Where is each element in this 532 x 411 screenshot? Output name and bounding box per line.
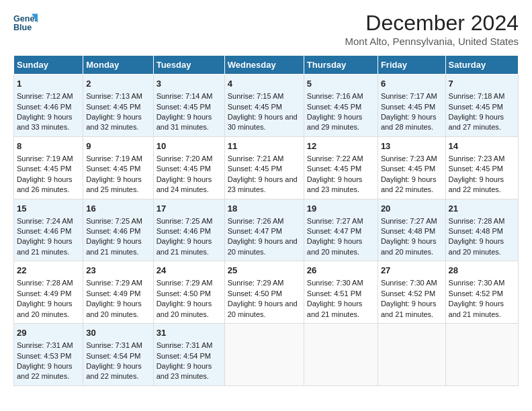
calendar-cell xyxy=(224,324,304,386)
daylight-label: Daylight: 9 hours and 20 minutes. xyxy=(381,237,437,255)
calendar-header-row: Sunday Monday Tuesday Wednesday Thursday… xyxy=(14,56,519,75)
calendar-cell: 15 Sunrise: 7:24 AM Sunset: 4:46 PM Dayl… xyxy=(14,199,83,261)
sunset-label: Sunset: 4:45 PM xyxy=(157,103,211,111)
calendar-cell: 10 Sunrise: 7:20 AM Sunset: 4:45 PM Dayl… xyxy=(153,136,224,199)
calendar-cell: 16 Sunrise: 7:25 AM Sunset: 4:46 PM Dayl… xyxy=(83,199,153,261)
sunset-label: Sunset: 4:45 PM xyxy=(381,103,435,111)
daylight-label: Daylight: 9 hours and 22 minutes. xyxy=(381,175,437,193)
daylight-label: Daylight: 9 hours and 28 minutes. xyxy=(381,113,437,131)
calendar-cell: 13 Sunrise: 7:23 AM Sunset: 4:45 PM Dayl… xyxy=(378,136,445,199)
sunrise-label: Sunrise: 7:31 AM xyxy=(17,341,73,349)
daylight-label: Daylight: 9 hours and 26 minutes. xyxy=(17,175,73,193)
calendar-cell: 23 Sunrise: 7:29 AM Sunset: 4:49 PM Dayl… xyxy=(83,261,153,324)
calendar-cell: 14 Sunrise: 7:23 AM Sunset: 4:45 PM Dayl… xyxy=(445,136,518,199)
sunrise-label: Sunrise: 7:28 AM xyxy=(17,279,73,287)
sunset-label: Sunset: 4:54 PM xyxy=(86,352,140,360)
calendar-cell xyxy=(378,324,445,386)
day-number: 2 xyxy=(86,78,150,90)
sunrise-label: Sunrise: 7:17 AM xyxy=(381,92,437,100)
sunrise-label: Sunrise: 7:21 AM xyxy=(228,154,284,163)
sunset-label: Sunset: 4:53 PM xyxy=(17,352,71,360)
daylight-label: Daylight: 9 hours and 29 minutes. xyxy=(307,113,363,131)
calendar-week-row: 29 Sunrise: 7:31 AM Sunset: 4:53 PM Dayl… xyxy=(14,324,519,386)
calendar-cell: 27 Sunrise: 7:30 AM Sunset: 4:52 PM Dayl… xyxy=(378,261,445,324)
sunset-label: Sunset: 4:45 PM xyxy=(157,165,211,173)
calendar-week-row: 8 Sunrise: 7:19 AM Sunset: 4:45 PM Dayli… xyxy=(14,136,519,199)
calendar-cell: 28 Sunrise: 7:30 AM Sunset: 4:52 PM Dayl… xyxy=(445,261,518,324)
logo: General Blue xyxy=(13,11,38,35)
sunrise-label: Sunrise: 7:29 AM xyxy=(157,279,213,287)
sunrise-label: Sunrise: 7:22 AM xyxy=(307,154,363,163)
day-number: 15 xyxy=(17,203,80,215)
sunrise-label: Sunrise: 7:31 AM xyxy=(157,341,213,349)
day-number: 29 xyxy=(17,327,80,339)
daylight-label: Daylight: 9 hours and 22 minutes. xyxy=(449,175,504,193)
day-number: 13 xyxy=(381,140,443,152)
daylight-label: Daylight: 9 hours and 20 minutes. xyxy=(157,300,212,318)
sunset-label: Sunset: 4:54 PM xyxy=(157,352,211,360)
calendar-cell: 19 Sunrise: 7:27 AM Sunset: 4:47 PM Dayl… xyxy=(304,199,378,261)
sunset-label: Sunset: 4:48 PM xyxy=(381,227,435,235)
sunset-label: Sunset: 4:45 PM xyxy=(449,103,503,111)
sunrise-label: Sunrise: 7:29 AM xyxy=(228,279,284,287)
sunset-label: Sunset: 4:45 PM xyxy=(449,165,503,173)
sunrise-label: Sunrise: 7:16 AM xyxy=(307,92,363,100)
calendar-cell: 25 Sunrise: 7:29 AM Sunset: 4:50 PM Dayl… xyxy=(224,261,304,324)
sunrise-label: Sunrise: 7:28 AM xyxy=(449,217,505,225)
calendar-cell: 24 Sunrise: 7:29 AM Sunset: 4:50 PM Dayl… xyxy=(153,261,224,324)
sunrise-label: Sunrise: 7:25 AM xyxy=(86,217,142,225)
sunset-label: Sunset: 4:50 PM xyxy=(157,289,211,298)
day-number: 6 xyxy=(381,78,443,90)
logo-icon: General Blue xyxy=(13,11,38,35)
sunrise-label: Sunrise: 7:12 AM xyxy=(17,92,73,100)
sunset-label: Sunset: 4:45 PM xyxy=(381,165,435,173)
sunset-label: Sunset: 4:52 PM xyxy=(449,289,503,298)
sunset-label: Sunset: 4:51 PM xyxy=(307,289,361,298)
sunrise-label: Sunrise: 7:23 AM xyxy=(449,154,505,163)
title-block: December 2024 Mont Alto, Pennsylvania, U… xyxy=(345,11,519,47)
daylight-label: Daylight: 9 hours and 20 minutes. xyxy=(307,237,363,255)
day-number: 31 xyxy=(157,327,222,339)
daylight-label: Daylight: 9 hours and 27 minutes. xyxy=(449,113,504,131)
col-friday: Friday xyxy=(378,56,445,75)
day-number: 18 xyxy=(228,203,301,215)
day-number: 22 xyxy=(17,265,80,277)
calendar-cell: 3 Sunrise: 7:14 AM Sunset: 4:45 PM Dayli… xyxy=(153,75,224,137)
calendar-cell: 12 Sunrise: 7:22 AM Sunset: 4:45 PM Dayl… xyxy=(304,136,378,199)
sunrise-label: Sunrise: 7:26 AM xyxy=(228,217,284,225)
calendar-cell xyxy=(445,324,518,386)
sunset-label: Sunset: 4:45 PM xyxy=(307,103,361,111)
page-subtitle: Mont Alto, Pennsylvania, United States xyxy=(345,36,519,47)
daylight-label: Daylight: 9 hours and 22 minutes. xyxy=(86,362,142,380)
page-header: General Blue December 2024 Mont Alto, Pe… xyxy=(13,11,519,47)
daylight-label: Daylight: 9 hours and 24 minutes. xyxy=(157,175,212,193)
sunset-label: Sunset: 4:45 PM xyxy=(86,103,140,111)
day-number: 25 xyxy=(228,265,301,277)
daylight-label: Daylight: 9 hours and 20 minutes. xyxy=(449,237,504,255)
day-number: 12 xyxy=(307,140,375,152)
calendar-cell: 17 Sunrise: 7:25 AM Sunset: 4:46 PM Dayl… xyxy=(153,199,224,261)
daylight-label: Daylight: 9 hours and 20 minutes. xyxy=(86,300,142,318)
day-number: 28 xyxy=(449,265,515,277)
daylight-label: Daylight: 9 hours and 22 minutes. xyxy=(17,362,73,380)
calendar-cell: 21 Sunrise: 7:28 AM Sunset: 4:48 PM Dayl… xyxy=(445,199,518,261)
calendar-cell: 2 Sunrise: 7:13 AM Sunset: 4:45 PM Dayli… xyxy=(83,75,153,137)
sunrise-label: Sunrise: 7:30 AM xyxy=(449,279,505,287)
day-number: 20 xyxy=(381,203,443,215)
day-number: 4 xyxy=(228,78,301,90)
col-monday: Monday xyxy=(83,56,153,75)
daylight-label: Daylight: 9 hours and 20 minutes. xyxy=(228,300,298,318)
calendar-week-row: 22 Sunrise: 7:28 AM Sunset: 4:49 PM Dayl… xyxy=(14,261,519,324)
daylight-label: Daylight: 9 hours and 25 minutes. xyxy=(86,175,142,193)
daylight-label: Daylight: 9 hours and 30 minutes. xyxy=(228,113,298,131)
sunrise-label: Sunrise: 7:27 AM xyxy=(307,217,363,225)
day-number: 16 xyxy=(86,203,150,215)
calendar-cell: 11 Sunrise: 7:21 AM Sunset: 4:45 PM Dayl… xyxy=(224,136,304,199)
daylight-label: Daylight: 9 hours and 23 minutes. xyxy=(228,175,298,193)
sunset-label: Sunset: 4:46 PM xyxy=(17,103,71,111)
daylight-label: Daylight: 9 hours and 21 minutes. xyxy=(157,237,212,255)
sunset-label: Sunset: 4:47 PM xyxy=(307,227,361,235)
sunrise-label: Sunrise: 7:25 AM xyxy=(157,217,213,225)
sunrise-label: Sunrise: 7:14 AM xyxy=(157,92,213,100)
calendar-cell: 9 Sunrise: 7:19 AM Sunset: 4:45 PM Dayli… xyxy=(83,136,153,199)
